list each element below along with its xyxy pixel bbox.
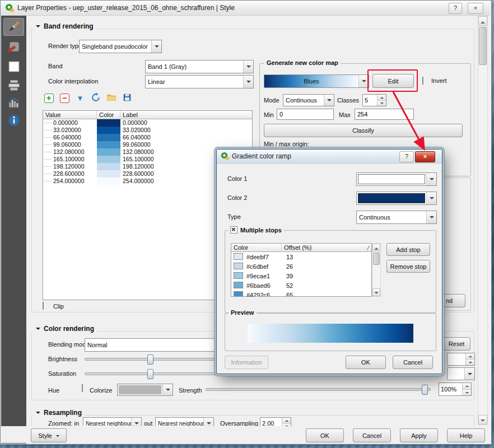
render-type-combo[interactable]: Singleband pseudocolor — [79, 40, 162, 53]
stop-color-swatch — [234, 282, 243, 288]
row-value: 66.040000 — [53, 134, 81, 141]
colormap-row[interactable]: 33.02000033.020000 — [43, 127, 252, 134]
style-menu-button[interactable]: Style — [31, 428, 67, 442]
scroll-up-icon[interactable] — [478, 16, 487, 26]
type-combo[interactable]: Continuous — [356, 211, 437, 224]
color2-picker[interactable] — [356, 192, 437, 205]
qgis-icon — [5, 3, 14, 12]
remove-stop-button[interactable]: Remove stop — [386, 260, 430, 273]
multiple-stops-checkbox[interactable] — [230, 226, 237, 234]
dialog-cancel-button[interactable]: Cancel — [393, 356, 433, 369]
refresh-icon — [91, 92, 101, 104]
colormap-row[interactable]: 99.06000099.060000 — [43, 141, 252, 148]
scroll-down-icon[interactable] — [478, 415, 487, 424]
slider-handle[interactable] — [147, 369, 153, 379]
interpolation-combo[interactable]: Linear — [145, 75, 254, 88]
refresh-button[interactable] — [90, 92, 102, 104]
spin-up-icon[interactable] — [282, 418, 291, 423]
stop-offset: 65 — [282, 292, 371, 297]
information-button[interactable]: Information — [225, 356, 268, 369]
scroll-down-icon[interactable] — [372, 288, 380, 296]
stop-color-swatch — [234, 263, 243, 269]
spin-up-icon[interactable] — [466, 353, 474, 359]
load-colormap-button[interactable] — [105, 92, 118, 104]
apply-button[interactable]: Apply — [400, 428, 438, 442]
sidebar-item-style[interactable] — [3, 18, 24, 36]
stop-row[interactable]: #c6dbef26 — [231, 262, 371, 271]
sidebar-item-labels[interactable] — [3, 39, 24, 57]
chevron-down-icon — [56, 435, 59, 438]
invert-label: Invert — [431, 77, 447, 85]
colorize-color-picker[interactable] — [117, 384, 173, 396]
clip-checkbox[interactable] — [43, 302, 44, 310]
color2-swatch — [358, 193, 425, 203]
resampling-header[interactable]: Resampling — [33, 408, 85, 417]
spin-down-icon[interactable] — [378, 100, 386, 106]
strength-slider[interactable] — [206, 385, 431, 394]
window-titlebar[interactable]: Layer Properties - uep_uster_release_201… — [1, 1, 490, 16]
row-color-swatch — [97, 134, 120, 141]
blending-mode-label: Blending mode — [48, 340, 89, 348]
right-edge-combo[interactable] — [447, 367, 475, 380]
sidebar-item-pyramids[interactable] — [3, 77, 24, 95]
add-stop-button[interactable]: Add stop — [386, 243, 430, 256]
spin-down-icon[interactable] — [466, 359, 474, 365]
spin-up-icon[interactable] — [378, 95, 386, 100]
tree-branch-icon — [44, 122, 52, 123]
scrollbar-thumb[interactable] — [373, 253, 380, 265]
color-ramp-combo[interactable]: Blues — [264, 74, 369, 88]
reset-button[interactable]: Reset — [442, 337, 470, 351]
add-entry-button[interactable]: + — [43, 92, 55, 104]
scroll-up-icon[interactable] — [372, 244, 380, 251]
group-title: Generate new color map — [264, 59, 341, 66]
column-header-offset[interactable]: Offset (%) — [282, 244, 371, 252]
row-value: 228.600000 — [53, 170, 84, 177]
column-header-label[interactable]: Label — [120, 111, 252, 119]
band-rendering-header[interactable]: Band rendering — [33, 22, 96, 31]
slider-handle[interactable] — [422, 385, 428, 395]
dialog-ok-button[interactable]: OK — [346, 356, 386, 369]
sidebar-item-transparency[interactable] — [3, 58, 24, 76]
sort-button[interactable]: ▼ — [74, 92, 86, 104]
save-icon — [122, 92, 132, 104]
scrollbar-thumb[interactable] — [479, 27, 487, 65]
stop-row[interactable]: #deebf713 — [231, 252, 371, 262]
window-help-button[interactable]: ? — [449, 3, 462, 14]
colormap-row[interactable]: 66.04000066.040000 — [43, 134, 252, 141]
stop-hex: #deebf7 — [246, 254, 269, 260]
classes-label: Classes — [337, 96, 359, 104]
spin-up-icon[interactable] — [463, 383, 471, 389]
right-edge-spinbox[interactable] — [447, 353, 475, 366]
main-scrollbar[interactable] — [478, 16, 488, 425]
min-input[interactable] — [277, 109, 334, 120]
help-button[interactable]: Help — [447, 428, 485, 442]
spin-down-icon[interactable] — [463, 389, 471, 396]
save-colormap-button[interactable] — [121, 92, 133, 104]
column-header-color[interactable]: Color — [97, 111, 120, 119]
collapse-arrow-icon — [36, 25, 40, 30]
strength-spinbox[interactable]: 100% — [439, 382, 472, 396]
slider-handle[interactable] — [147, 354, 153, 365]
chevron-down-icon[interactable] — [426, 192, 436, 204]
sidebar-item-metadata[interactable] — [3, 112, 24, 130]
color-rendering-header[interactable]: Color rendering — [33, 324, 97, 333]
classes-spinbox[interactable]: 5 — [362, 94, 386, 106]
stop-row[interactable]: #4292c665 — [231, 290, 371, 297]
mode-combo[interactable]: Continuous — [283, 94, 334, 106]
cancel-button[interactable]: Cancel — [353, 428, 391, 442]
sidebar-item-histogram[interactable] — [3, 94, 24, 112]
invert-checkbox[interactable] — [422, 77, 423, 85]
band-combo[interactable]: Band 1 (Gray) — [145, 60, 254, 73]
column-header-value[interactable]: Value — [43, 111, 97, 119]
window-close-button[interactable]: × — [468, 3, 483, 14]
chevron-down-icon[interactable] — [426, 173, 436, 185]
stop-row[interactable]: #9ecae139 — [231, 271, 371, 281]
column-header-color[interactable]: Color — [231, 244, 282, 252]
ok-button[interactable]: OK — [306, 428, 344, 442]
colorize-checkbox[interactable] — [82, 384, 83, 392]
color1-picker[interactable] — [356, 172, 437, 186]
stop-row[interactable]: #6baed652 — [231, 281, 371, 290]
colormap-row[interactable]: 0.0000000.000000 — [43, 119, 252, 127]
remove-entry-button[interactable]: − — [58, 92, 71, 104]
stops-scrollbar[interactable] — [372, 243, 381, 297]
